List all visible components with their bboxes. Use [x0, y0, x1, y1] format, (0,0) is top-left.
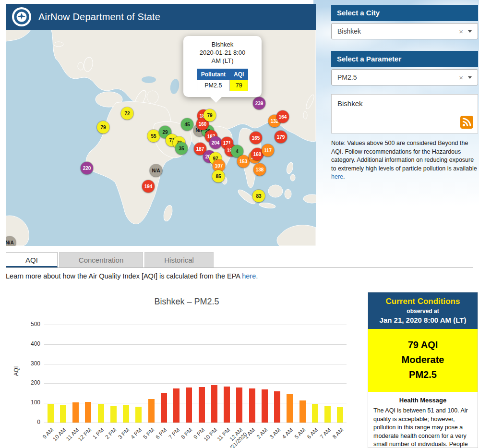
map-landmasses [6, 30, 316, 246]
parameter-clear-icon[interactable]: × [454, 73, 468, 82]
app-title: AirNow Department of State [38, 12, 160, 23]
tab-historical[interactable]: Historical [144, 252, 214, 267]
current-aqi-value: 79 AQI [370, 338, 476, 352]
chart-gridline [44, 383, 347, 384]
chart-bar[interactable] [123, 405, 129, 423]
chart-bar[interactable] [110, 406, 117, 423]
map-marker[interactable]: 83 [252, 190, 265, 202]
chart-bar[interactable] [48, 404, 54, 423]
parameter-select[interactable]: PM2.5 × [331, 69, 478, 85]
note-period: . [343, 173, 345, 180]
chart-bar[interactable] [199, 387, 205, 423]
popup-pollutant-value: PM2.5 [197, 80, 229, 91]
map-marker[interactable]: 85 [212, 170, 225, 182]
chart-bar[interactable] [72, 402, 79, 423]
chart-bar[interactable] [98, 404, 104, 423]
tab-aqi[interactable]: AQI [6, 252, 58, 267]
chart-gridline [44, 364, 347, 364]
chart-bar[interactable] [173, 388, 180, 423]
chart-bar[interactable] [262, 389, 268, 423]
chart-bar[interactable] [299, 400, 306, 423]
chart-bar[interactable] [161, 393, 167, 423]
popup-datetime-tz: AM (LT) [187, 57, 258, 65]
learn-more-line: Learn more about how the Air Quality Ind… [6, 272, 258, 280]
map-marker[interactable]: 204 [209, 136, 222, 149]
map-marker[interactable]: 194 [142, 180, 155, 193]
current-conditions-title: Current Conditions [370, 297, 476, 306]
map-marker[interactable]: 153 [237, 155, 250, 168]
note-text: Note: Values above 500 are considered Be… [331, 140, 477, 172]
rss-box: Bishkek [331, 94, 478, 133]
chart-bar[interactable] [186, 387, 192, 423]
chart-bar[interactable] [85, 402, 91, 423]
map-marker[interactable]: 55 [147, 130, 160, 142]
learn-more-here-link[interactable]: here. [242, 272, 258, 280]
select-city-header: Select a City [331, 5, 478, 21]
map-marker[interactable]: 138 [253, 163, 266, 176]
chart-bar[interactable] [287, 394, 293, 423]
y-axis-title: AQI [13, 362, 20, 381]
city-clear-icon[interactable]: × [454, 27, 468, 36]
rss-icon[interactable] [460, 116, 473, 129]
current-conditions-panel: Current Conditions observed at Jan 21, 2… [368, 292, 478, 448]
chart-bar[interactable] [60, 405, 66, 423]
map-marker[interactable]: 79 [97, 121, 109, 133]
map-marker[interactable]: 35 [175, 142, 188, 155]
chart-bar[interactable] [224, 387, 230, 423]
popup-aqi-value: 79 [229, 80, 248, 91]
chart-bar[interactable] [211, 385, 217, 423]
map-marker[interactable]: 164 [276, 110, 289, 123]
beyond-aqi-note: Note: Values above 500 are considered Be… [331, 139, 478, 182]
chart-bar[interactable] [135, 407, 142, 423]
tab-bar: AQI Concentration Historical [6, 252, 473, 268]
city-select[interactable]: Bishkek × [331, 23, 478, 39]
popup-city: Bishkek [187, 41, 258, 49]
parameter-select-value: PM2.5 [332, 73, 454, 81]
map-marker[interactable]: 165 [250, 132, 262, 144]
y-axis-tick-label: 200 [19, 379, 40, 386]
parameter-dropdown-arrow-icon[interactable] [468, 76, 472, 79]
chart-bar[interactable] [148, 399, 155, 423]
map-marker[interactable]: 239 [253, 97, 265, 109]
chart-bar[interactable] [249, 388, 255, 423]
current-aqi-category: Moderate [370, 352, 476, 367]
chart-title: Bishkek – PM2.5 [6, 297, 368, 307]
learn-more-text: Learn more about how the Air Quality Ind… [6, 272, 242, 280]
page: AirNow Department of State [0, 0, 479, 448]
app-header: AirNow Department of State [6, 4, 316, 30]
chart-bar[interactable] [324, 406, 331, 423]
health-message-title: Health Message [368, 397, 478, 404]
map-marker[interactable]: 79 [204, 109, 216, 121]
tab-concentration[interactable]: Concentration [59, 252, 143, 267]
dos-seal-logo [12, 7, 32, 27]
city-select-value: Bishkek [332, 27, 454, 35]
map-marker[interactable]: N/A [150, 164, 162, 177]
map-marker[interactable]: 179 [275, 131, 287, 143]
chart-bar[interactable] [274, 391, 280, 423]
select-parameter-header: Select a Parameter [331, 51, 478, 67]
popup-datetime: 2020-01-21 8:00 [187, 49, 258, 57]
y-axis-tick-label: 100 [19, 399, 40, 406]
popup-col-pollutant: Pollutant [197, 69, 229, 80]
popup-aqi-table: Pollutant AQI PM2.5 79 [197, 69, 249, 91]
map-marker[interactable]: 45 [181, 118, 193, 131]
chart-gridline [44, 325, 347, 325]
note-here-link[interactable]: here [331, 173, 343, 180]
rss-box-city: Bishkek [332, 95, 478, 108]
chart-bar[interactable] [312, 404, 318, 423]
y-axis-tick-label: 0 [19, 419, 40, 425]
map-marker[interactable]: 72 [121, 107, 133, 120]
world-map[interactable]: 7279220N/A194552971733545N/A291811601872… [6, 30, 316, 246]
observed-at-label: observed at [370, 308, 476, 315]
chart-bar[interactable] [337, 407, 343, 423]
current-pollutant: PM2.5 [370, 367, 476, 382]
y-axis-tick-label: 400 [19, 340, 40, 347]
chart-bar[interactable] [236, 387, 242, 423]
map-popup: Bishkek 2020-01-21 8:00 AM (LT) Pollutan… [183, 36, 262, 97]
map-marker[interactable]: 220 [81, 162, 93, 174]
city-dropdown-arrow-icon[interactable] [468, 30, 472, 33]
map-marker[interactable]: 117 [262, 144, 274, 157]
chart-gridline [44, 423, 347, 423]
chart-gridline [44, 344, 347, 345]
y-axis-tick-label: 500 [19, 321, 40, 327]
